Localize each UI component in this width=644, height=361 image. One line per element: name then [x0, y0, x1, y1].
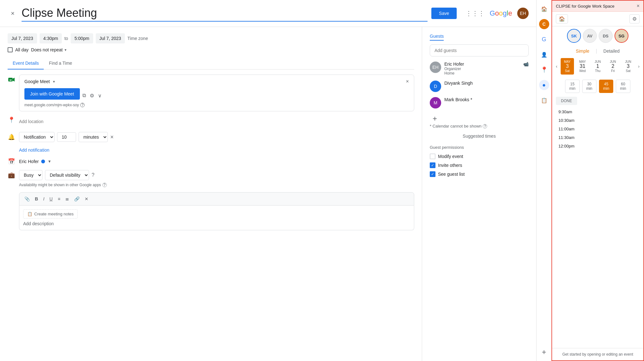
copy-link-button[interactable]: ⧉: [82, 93, 86, 99]
sidebar-add-button[interactable]: +: [539, 347, 549, 357]
account-ds-button[interactable]: DS: [599, 29, 613, 43]
day-month-1: MAY: [579, 60, 586, 63]
repeat-select[interactable]: Does not repeat ▼: [31, 47, 67, 52]
day-name-1: Wed: [579, 69, 586, 73]
clipse-settings-button[interactable]: ⚙: [629, 14, 640, 23]
end-date-button[interactable]: Jul 7, 2023: [96, 33, 125, 43]
account-sg-button[interactable]: SG: [615, 29, 628, 43]
detailed-view-button[interactable]: Detailed: [597, 47, 626, 56]
help-icon: ?: [483, 124, 487, 128]
notification-row: 🔔 Notification minutes ×: [8, 132, 414, 142]
day-chip-0[interactable]: MAY 3 Sat: [561, 58, 574, 75]
editor-header: × Save ⋮⋮⋮ Google EH: [0, 0, 536, 27]
status-controls: Busy Default visibility ?: [19, 170, 94, 180]
description-editor: 📎 B I U ≡ ≣ 🔗 ✕ 📋 Create meeting notes A…: [19, 192, 414, 230]
meet-settings-button[interactable]: ⚙: [90, 93, 94, 99]
location-input[interactable]: [19, 116, 414, 127]
calendar-color-dot: [41, 160, 45, 163]
sidebar-strip-icon-5[interactable]: ●: [539, 80, 549, 90]
expand-button[interactable]: ∨: [98, 93, 102, 99]
cal-prev-button[interactable]: ‹: [556, 64, 557, 69]
sidebar-strip-icon-4[interactable]: 📍: [539, 65, 549, 75]
underline-button[interactable]: U: [48, 195, 54, 203]
guest-item-divyank: D Divyank Singh: [430, 81, 529, 92]
time-item-3[interactable]: 11:30am: [556, 133, 640, 142]
account-sk-button[interactable]: SK: [567, 29, 581, 43]
help-icon[interactable]: ?: [92, 172, 94, 178]
meet-link: meet.google.com/mjm-wpkx-soy: [24, 103, 79, 107]
time-item-0[interactable]: 9:30am: [556, 108, 640, 116]
account-av-button[interactable]: AV: [583, 29, 597, 43]
day-month-2: JUN: [595, 60, 601, 63]
close-button[interactable]: ×: [8, 8, 18, 18]
clipse-home-button[interactable]: 🏠: [556, 14, 568, 23]
suggested-times-button[interactable]: Suggested times: [430, 134, 529, 139]
day-chip-3[interactable]: JUN 2 Fri: [606, 58, 620, 75]
add-notification-button[interactable]: Add notification: [19, 148, 49, 153]
bold-button[interactable]: B: [34, 195, 39, 203]
join-meet-button[interactable]: Join with Google Meet: [24, 88, 80, 100]
notification-remove-button[interactable]: ×: [110, 134, 114, 141]
notification-value-input[interactable]: [57, 132, 76, 142]
timezone-button[interactable]: Time zone: [127, 36, 148, 41]
ordered-list-button[interactable]: ≡: [56, 195, 61, 203]
add-guest-input[interactable]: [430, 44, 529, 56]
time-item-1[interactable]: 10:30am: [556, 116, 640, 125]
allday-checkbox[interactable]: [8, 47, 13, 52]
description-area[interactable]: 📋 Create meeting notes Add description: [19, 206, 414, 230]
done-button[interactable]: DONE: [556, 97, 577, 105]
attachment-button[interactable]: 📎: [23, 195, 31, 203]
end-time-button[interactable]: 5:00pm: [71, 33, 93, 43]
cal-next-button[interactable]: ›: [638, 64, 640, 69]
day-chip-1[interactable]: MAY 31 Wed: [576, 58, 589, 75]
sidebar-strip-icon-0[interactable]: 🏠: [539, 4, 549, 14]
busy-status-select[interactable]: Busy: [19, 170, 42, 180]
start-time-button[interactable]: 4:30pm: [40, 33, 62, 43]
day-num-3: 2: [612, 63, 615, 69]
guest-name-eric: Eric Hofer: [444, 62, 520, 67]
simple-view-button[interactable]: Simple: [570, 47, 596, 56]
tab-find-time[interactable]: Find a Time: [44, 57, 77, 69]
svg-text:M: M: [10, 79, 12, 82]
dur-60-button[interactable]: 60min: [616, 80, 630, 93]
meet-close-button[interactable]: ×: [406, 79, 409, 84]
notification-unit-select[interactable]: minutes: [79, 132, 108, 142]
event-title-input[interactable]: [22, 5, 428, 22]
tab-event-details[interactable]: Event Details: [8, 57, 44, 69]
notification-type-select[interactable]: Notification: [19, 132, 55, 142]
video-icon: 📹: [523, 62, 529, 67]
sidebar-strip-icon-1[interactable]: C: [539, 19, 549, 29]
clipse-close-button[interactable]: ×: [637, 3, 640, 9]
start-date-button[interactable]: Jul 7, 2023: [8, 33, 37, 43]
time-item-2[interactable]: 11:00am: [556, 125, 640, 133]
clear-format-button[interactable]: ✕: [83, 195, 90, 203]
time-item-4[interactable]: 12:00pm: [556, 142, 640, 150]
dur-15-button[interactable]: 15min: [565, 80, 579, 93]
apps-icon[interactable]: ⋮⋮⋮: [466, 10, 485, 17]
dur-30-button[interactable]: 30min: [582, 80, 596, 93]
italic-button[interactable]: I: [42, 195, 46, 203]
notification-icon: 🔔: [8, 134, 15, 141]
unordered-list-button[interactable]: ≣: [64, 195, 70, 203]
repeat-label: Does not repeat: [31, 47, 63, 52]
sidebar-strip-icon-6[interactable]: 📋: [539, 95, 549, 105]
invite-others-checkbox[interactable]: [430, 162, 435, 168]
day-chip-2[interactable]: JUN 1 Thu: [591, 58, 604, 75]
day-chip-4[interactable]: JUN 3 Sat: [621, 58, 635, 75]
visibility-select[interactable]: Default visibility: [45, 170, 89, 180]
save-button[interactable]: Save: [431, 8, 457, 19]
add-guest-button[interactable]: +: [430, 114, 440, 124]
create-meeting-notes-button[interactable]: 📋 Create meeting notes: [23, 209, 78, 219]
modify-event-checkbox[interactable]: [430, 154, 435, 159]
editor-body: Jul 7, 2023 4:30pm to 5:00pm Jul 7, 2023…: [0, 27, 536, 361]
sidebar-strip-icon-3[interactable]: 👤: [539, 49, 549, 60]
invite-others-label: Invite others: [438, 163, 462, 168]
meet-label: Google Meet: [24, 79, 50, 84]
user-avatar[interactable]: EH: [517, 8, 529, 19]
permission-invite-others: Invite others: [430, 162, 529, 168]
see-guest-list-checkbox[interactable]: [430, 171, 435, 177]
link-button[interactable]: 🔗: [73, 195, 81, 203]
sidebar-strip-icon-2[interactable]: G: [539, 34, 549, 44]
dur-45-button[interactable]: 45min: [599, 80, 613, 93]
chevron-down-icon[interactable]: ▼: [48, 159, 51, 164]
